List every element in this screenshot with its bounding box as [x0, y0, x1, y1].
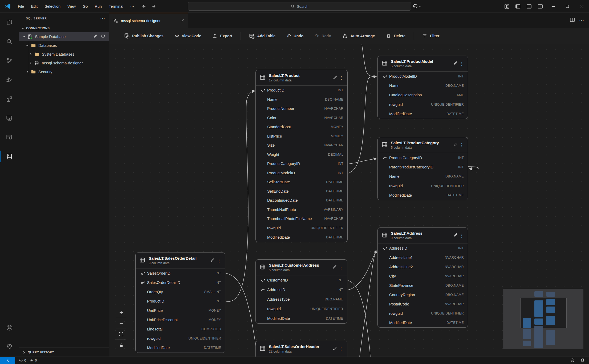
column-row[interactable]: AddressLine2NVARCHAR: [378, 262, 468, 271]
zoom-in-button[interactable]: [116, 307, 127, 318]
column-row[interactable]: ColorNVARCHAR: [256, 113, 347, 123]
menu-run[interactable]: Run: [91, 0, 105, 13]
column-row[interactable]: ThumbNailPhotoVARBINARY: [256, 205, 347, 214]
fit-view-button[interactable]: [116, 329, 127, 340]
table-more-icon[interactable]: ⋮: [459, 233, 465, 238]
delete-button[interactable]: Delete: [380, 31, 411, 41]
column-row[interactable]: CityNVARCHAR: [378, 271, 468, 281]
edit-icon[interactable]: [93, 34, 98, 39]
column-row[interactable]: ProductCategoryIDINT: [378, 153, 468, 162]
nav-forward-icon[interactable]: [150, 2, 159, 11]
column-row[interactable]: ProductIDINT: [136, 296, 225, 306]
column-row[interactable]: CustomerIDINT: [256, 275, 347, 285]
activitybar-item-database-projects[interactable]: [0, 128, 19, 147]
column-row[interactable]: ProductNumberNVARCHAR: [256, 104, 347, 113]
column-row[interactable]: ThumbnailPhotoFileNameNVARCHAR: [256, 214, 347, 224]
connections-section-header[interactable]: CONNECTIONS: [19, 24, 109, 32]
column-row[interactable]: NameDBO.NAME: [256, 95, 347, 104]
tab-close-icon[interactable]: [181, 19, 185, 23]
edit-table-icon[interactable]: [332, 265, 337, 270]
undo-button[interactable]: ↶Undo: [281, 31, 309, 41]
copilot-menu[interactable]: [412, 0, 422, 13]
table-product[interactable]: SalesLT.Product17 column data⋮ProductIDI…: [255, 70, 348, 242]
export-button[interactable]: Export: [207, 31, 238, 41]
column-row[interactable]: SalesOrderIDINT: [136, 268, 225, 278]
edit-table-icon[interactable]: [453, 61, 458, 67]
column-row[interactable]: rowguidUNIQUEIDENTIFIER: [378, 100, 468, 109]
column-row[interactable]: AddressIDINT: [256, 285, 347, 295]
column-row[interactable]: ProductModelIDINT: [256, 168, 347, 178]
edit-table-icon[interactable]: [453, 233, 458, 238]
close-button[interactable]: [575, 0, 589, 13]
column-row[interactable]: SizeNVARCHAR: [256, 141, 347, 150]
table-address[interactable]: SalesLT.Address9 column data⋮AddressIDIN…: [377, 228, 468, 328]
refresh-icon[interactable]: [101, 34, 105, 39]
column-row[interactable]: UnitPriceMONEY: [136, 306, 225, 315]
activitybar-item-explorer[interactable]: [0, 13, 19, 32]
toggle-primary-sidebar-icon[interactable]: [512, 0, 523, 13]
copilot-status-icon[interactable]: [570, 358, 575, 363]
customize-layout-icon[interactable]: [501, 0, 512, 13]
chevron-down-icon[interactable]: [21, 34, 27, 39]
search-input[interactable]: Search: [188, 2, 411, 11]
activitybar-item-sql-server[interactable]: [0, 147, 19, 166]
column-row[interactable]: UnitPriceDiscountMONEY: [136, 315, 225, 325]
tab-mssql-schema-designer[interactable]: mssql-schema-designer: [109, 13, 188, 28]
column-row[interactable]: ProductIDINT: [256, 86, 347, 95]
table-product-model[interactable]: SalesLT.ProductModel5 column data⋮Produc…: [377, 56, 468, 119]
column-row[interactable]: ListPriceMONEY: [256, 132, 347, 141]
lock-button[interactable]: [116, 340, 127, 350]
column-row[interactable]: ModifiedDateDATETIME: [378, 318, 468, 327]
column-row[interactable]: OrderQtySMALLINT: [136, 287, 225, 296]
column-row[interactable]: StandardCostMONEY: [256, 122, 347, 132]
column-row[interactable]: SalesOrderDetailIDINT: [136, 278, 225, 287]
table-product-category[interactable]: SalesLT.ProductCategory5 column data⋮Pro…: [377, 137, 468, 200]
menu-go[interactable]: Go: [79, 0, 91, 13]
menu-view[interactable]: View: [64, 0, 79, 13]
table-more-icon[interactable]: ⋮: [338, 265, 344, 270]
column-row[interactable]: CountryRegionDBO.NAME: [378, 290, 468, 299]
column-row[interactable]: AddressTypeDBO.NAME: [256, 295, 347, 304]
column-row[interactable]: rowguidUNIQUEIDENTIFIER: [256, 304, 347, 314]
edit-table-icon[interactable]: [332, 346, 337, 352]
column-row[interactable]: SellStartDateDATETIME: [256, 177, 347, 187]
table-sales-order-header[interactable]: SalesLT.SalesOrderHeader22 column data⋮: [255, 341, 347, 357]
menu-edit[interactable]: Edit: [27, 0, 41, 13]
notifications-bell[interactable]: [580, 358, 585, 363]
column-row[interactable]: ModifiedDateDATETIME: [378, 109, 468, 119]
table-more-icon[interactable]: ⋮: [459, 142, 465, 148]
chevron-right-icon[interactable]: [24, 69, 30, 74]
column-row[interactable]: DiscontinuedDateDATETIME: [256, 196, 347, 205]
column-row[interactable]: CatalogDescriptionXML: [378, 90, 468, 100]
edit-table-icon[interactable]: [453, 142, 458, 148]
add-table-button[interactable]: Add Table: [243, 31, 281, 41]
remote-indicator[interactable]: [0, 357, 15, 364]
maximize-button[interactable]: [560, 0, 575, 13]
table-more-icon[interactable]: ⋮: [216, 258, 222, 263]
zoom-out-button[interactable]: [116, 318, 127, 329]
column-row[interactable]: NameDBO.NAME: [378, 81, 468, 90]
editor-more-actions-icon[interactable]: ···: [579, 18, 584, 23]
column-row[interactable]: ProductCategoryIDINT: [256, 159, 347, 168]
activitybar-item-account[interactable]: [0, 318, 19, 337]
column-row[interactable]: SellEndDateDATETIME: [256, 187, 347, 196]
table-sales-order-detail[interactable]: SalesLT.SalesOrderDetail9 column data⋮Sa…: [135, 253, 225, 353]
auto-arrange-button[interactable]: Auto Arrange: [337, 31, 380, 41]
column-row[interactable]: WeightDECIMAL: [256, 150, 347, 159]
activitybar-item-settings[interactable]: [0, 337, 19, 355]
tree-item-databases[interactable]: Databases: [19, 41, 109, 50]
minimap[interactable]: [503, 289, 583, 349]
problems-status[interactable]: 0 0: [19, 358, 37, 362]
column-row[interactable]: rowguidUNIQUEIDENTIFIER: [378, 181, 468, 191]
chevron-down-icon[interactable]: [24, 43, 30, 48]
menu-[interactable]: ⋯: [127, 0, 138, 13]
table-more-icon[interactable]: ⋮: [338, 346, 344, 352]
column-row[interactable]: ModifiedDateDATETIME: [136, 343, 225, 353]
activitybar-item-source-control[interactable]: [0, 51, 19, 70]
minimize-button[interactable]: [546, 0, 560, 13]
column-row[interactable]: ModifiedDateDATETIME: [256, 314, 347, 323]
tree-item-mssql-schema-designer[interactable]: mssql-schema-designer: [19, 59, 109, 67]
schema-canvas[interactable]: SalesLT.Product17 column data⋮ProductIDI…: [109, 44, 589, 357]
query-history-header[interactable]: QUERY HISTORY: [19, 348, 109, 357]
menu-file[interactable]: File: [14, 0, 27, 13]
